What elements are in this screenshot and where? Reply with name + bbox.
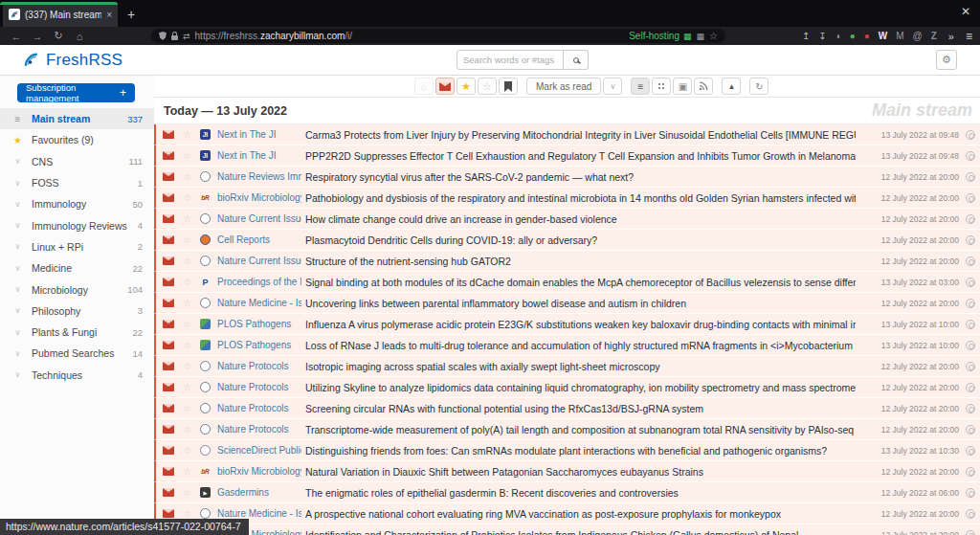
- favourite-star-icon[interactable]: ☆: [183, 445, 191, 456]
- article-row[interactable]: ☆ Cell Reports Plasmacytoid Dendritic Ce…: [154, 230, 980, 251]
- extension-icon[interactable]: ↥: [802, 31, 810, 41]
- favourite-star-icon[interactable]: ☆: [183, 319, 191, 329]
- feed-name[interactable]: Next in The JI: [217, 150, 301, 161]
- article-title[interactable]: Respiratory syncytial virus after the SA…: [301, 171, 856, 183]
- unread-envelope-icon[interactable]: [163, 256, 174, 265]
- sidebar-item[interactable]: ∨ Plants & Fungi 22: [0, 322, 154, 343]
- article-row[interactable]: ☆ ScienceDirect Publication: ... Disting…: [154, 440, 980, 461]
- article-row[interactable]: ☆ Nature Protocols Isotropic imaging acr…: [154, 356, 980, 377]
- labels-button[interactable]: [499, 78, 518, 95]
- favourite-star-icon[interactable]: ☆: [183, 340, 191, 350]
- share-icon[interactable]: [966, 278, 975, 287]
- article-row[interactable]: ☆ JI Next in The JI Carma3 Protects from…: [154, 124, 980, 145]
- reader-view-button[interactable]: ▣: [673, 78, 692, 95]
- feed-name[interactable]: Gasdermins: [217, 487, 301, 498]
- extension-icon[interactable]: ●: [864, 31, 870, 41]
- article-title[interactable]: PPP2R2D Suppresses Effector T Cell Exhau…: [301, 150, 856, 162]
- feed-name[interactable]: Nature Protocols: [217, 361, 301, 371]
- share-icon[interactable]: [966, 383, 975, 392]
- favourite-star-icon[interactable]: ☆: [183, 213, 191, 224]
- sidebar-item[interactable]: ∨ FOSS 1: [0, 172, 154, 193]
- article-row[interactable]: ☆ Nature Protocols Transcriptome-wide me…: [154, 419, 980, 440]
- subscription-management-button[interactable]: Subscription management +: [17, 83, 135, 102]
- extension-icon[interactable]: ●: [850, 31, 856, 41]
- extension-icon[interactable]: @: [913, 31, 923, 41]
- feed-name[interactable]: Nature Protocols: [217, 382, 301, 392]
- tracking-protection-shield-icon[interactable]: [159, 32, 167, 40]
- article-title[interactable]: A prospective national cohort evaluating…: [301, 508, 856, 520]
- article-row[interactable]: ☆ Nature Protocols Utilizing Skyline to …: [154, 377, 980, 398]
- article-title[interactable]: Influenza A virus polymerase acidic prot…: [301, 319, 856, 330]
- article-title[interactable]: Pathobiology and dysbiosis of the respir…: [301, 192, 856, 204]
- favourite-star-icon[interactable]: ☆: [183, 382, 191, 392]
- article-title[interactable]: Screening circular RNAs with functional …: [301, 403, 856, 414]
- favourite-star-icon[interactable]: ☆: [183, 361, 191, 371]
- feed-name[interactable]: bioRxiv Microbiology: [217, 192, 301, 203]
- article-title[interactable]: The enigmatic roles of epithelial gasder…: [301, 487, 856, 499]
- sidebar-item[interactable]: ∨ Microbiology 104: [0, 279, 154, 300]
- unread-envelope-icon[interactable]: [163, 383, 174, 391]
- unread-envelope-icon[interactable]: [163, 299, 174, 307]
- article-row[interactable]: ☆ P Proceedings of the Nation... Signal …: [154, 272, 980, 293]
- article-title[interactable]: Natural Variation in Diauxic Shift betwe…: [301, 466, 856, 478]
- sidebar-item[interactable]: ∨ Immunology 50: [0, 193, 154, 214]
- article-row[interactable]: ☆ bR bioRxiv Microbiology Pathobiology a…: [154, 188, 980, 209]
- share-icon[interactable]: [966, 256, 975, 266]
- menu-hamburger-icon[interactable]: ≡: [966, 30, 972, 43]
- extension-icon[interactable]: M: [896, 31, 903, 41]
- favourite-star-icon[interactable]: ☆: [183, 277, 191, 287]
- share-icon[interactable]: [966, 151, 975, 161]
- feed-name[interactable]: bioRxiv Microbiology: [217, 466, 301, 477]
- unread-envelope-icon[interactable]: [163, 214, 174, 223]
- favourite-star-icon[interactable]: ☆: [183, 403, 191, 413]
- browser-tab[interactable]: (337) Main stream ×: [3, 2, 118, 27]
- share-icon[interactable]: [966, 235, 975, 245]
- unread-envelope-icon[interactable]: [163, 488, 174, 497]
- freshrss-brand[interactable]: FreshRSS: [23, 51, 122, 70]
- share-icon[interactable]: [966, 299, 975, 308]
- extension-icon[interactable]: ↧: [818, 31, 826, 41]
- unread-envelope-icon[interactable]: [163, 278, 174, 286]
- list-view-button[interactable]: ≡: [631, 78, 650, 95]
- share-icon[interactable]: [966, 425, 975, 435]
- article-title[interactable]: How climate change could drive an increa…: [301, 213, 856, 225]
- article-title[interactable]: Distinguishing friends from foes: Can sm…: [301, 445, 856, 457]
- unread-envelope-icon[interactable]: [163, 446, 174, 455]
- favourite-star-icon[interactable]: ☆: [183, 466, 191, 477]
- article-title[interactable]: Carma3 Protects from Liver Injury by Pre…: [301, 129, 856, 141]
- unread-envelope-icon[interactable]: [163, 235, 174, 244]
- unread-envelope-icon[interactable]: [163, 193, 174, 202]
- unread-filter-button[interactable]: [435, 78, 455, 95]
- article-row[interactable]: ☆ bR bioRxiv Microbiology Natural Variat…: [154, 461, 980, 482]
- scroll-top-button[interactable]: ▲: [722, 78, 741, 95]
- article-title[interactable]: Identification and Characterization of P…: [301, 529, 856, 535]
- search-input[interactable]: [457, 50, 564, 70]
- share-icon[interactable]: [966, 214, 975, 224]
- grid-view-button[interactable]: [652, 78, 671, 95]
- add-subscription-icon[interactable]: +: [120, 86, 126, 100]
- feed-name[interactable]: PLOS Pathogens: [217, 319, 301, 329]
- share-icon[interactable]: [966, 446, 975, 456]
- non-favourites-filter-button[interactable]: ☆: [478, 78, 497, 95]
- sidebar-item[interactable]: ∨ Philosophy 3: [0, 301, 154, 322]
- back-icon[interactable]: ←: [8, 31, 25, 42]
- new-tab-button[interactable]: +: [127, 7, 135, 22]
- article-title[interactable]: Structure of the nutrient-sensing hub GA…: [301, 256, 856, 267]
- article-title[interactable]: Loss of RNase J leads to multi-drug tole…: [301, 340, 856, 351]
- sidebar-item[interactable]: ∨ Linux + RPi 2: [0, 236, 154, 257]
- article-row[interactable]: ☆ JI Next in The JI PPP2R2D Suppresses E…: [154, 145, 980, 167]
- article-title[interactable]: Signal binding at both modules of its dC…: [301, 277, 856, 288]
- article-row[interactable]: ☆ ▶ Gasdermins The enigmatic roles of ep…: [154, 482, 980, 503]
- sidebar-item[interactable]: ∨ Pubmed Searches 14: [0, 343, 154, 364]
- article-row[interactable]: ☆ Nature Medicine - Issue - n... A prosp…: [154, 503, 980, 524]
- unread-envelope-icon[interactable]: [163, 425, 174, 434]
- feed-name[interactable]: Nature Reviews Immunolo...: [217, 171, 301, 182]
- article-row[interactable]: ☆ Nature Current Issue Structure of the …: [154, 251, 980, 272]
- forward-icon[interactable]: →: [29, 31, 46, 42]
- url-bar[interactable]: ⇄ https://freshrss.zacharybillman.com/i/…: [151, 29, 725, 43]
- reload-icon[interactable]: ↻: [50, 30, 67, 42]
- rss-view-button[interactable]: [694, 78, 713, 95]
- unread-envelope-icon[interactable]: [163, 467, 174, 476]
- extension-icon[interactable]: Z: [931, 31, 937, 41]
- article-row[interactable]: ☆ bR bioRxiv Microbiology Identification…: [154, 524, 980, 535]
